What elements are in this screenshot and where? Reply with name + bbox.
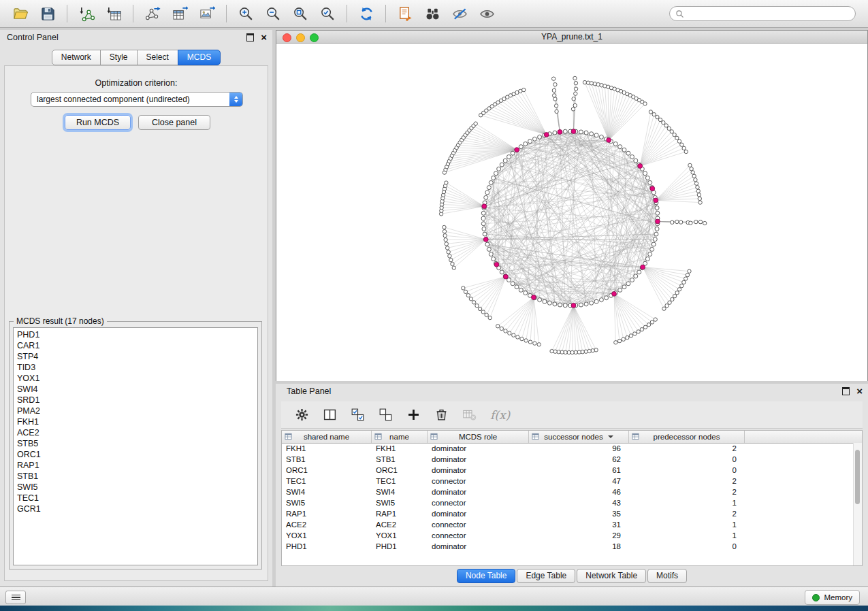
mcds-result-item[interactable]: RAP1 <box>17 460 254 471</box>
show-column-button[interactable] <box>323 408 337 422</box>
mcds-result-item[interactable]: ORC1 <box>17 449 254 460</box>
find-button[interactable] <box>420 3 445 24</box>
folder-icon <box>13 6 29 22</box>
delete-column-button[interactable] <box>434 408 449 422</box>
table-row[interactable]: SWI4SWI4dominator462 <box>282 486 854 497</box>
toolbar-separator <box>347 5 347 22</box>
table-cell: PHD1 <box>282 541 372 552</box>
mcds-result-item[interactable]: CAR1 <box>17 340 254 351</box>
table-cell: 1 <box>629 530 745 541</box>
export-image-button[interactable] <box>195 3 219 24</box>
status-menu-button[interactable] <box>5 591 26 604</box>
close-panel-button[interactable]: Close panel <box>138 115 210 130</box>
tab-motifs[interactable]: Motifs <box>647 569 687 583</box>
mcds-result-item[interactable]: PHD1 <box>17 329 254 340</box>
export-network-button[interactable] <box>140 3 165 24</box>
search-field[interactable] <box>669 6 856 21</box>
mcds-result-item[interactable]: PMA2 <box>17 406 254 416</box>
column-header-MCDS-role[interactable]: MCDS role <box>428 431 529 443</box>
mcds-result-item[interactable]: SWI5 <box>17 482 254 493</box>
table-cell: 0 <box>629 454 745 465</box>
tab-mcds[interactable]: MCDS <box>178 50 221 65</box>
tab-node-table[interactable]: Node Table <box>457 569 516 583</box>
binoculars-icon <box>425 6 440 22</box>
tab-network[interactable]: Network <box>52 50 101 65</box>
table-row[interactable]: PHD1PHD1dominator180 <box>282 541 854 552</box>
toolbar-separator <box>226 5 227 22</box>
column-header-successor-nodes[interactable]: successor nodes <box>529 431 629 443</box>
show-graphics-details-button[interactable] <box>475 3 499 24</box>
float-panel-icon[interactable] <box>246 33 254 42</box>
table-cell: RAP1 <box>372 508 428 519</box>
table-cell: 46 <box>529 486 629 497</box>
network-canvas-svg[interactable] <box>276 44 867 381</box>
close-panel-icon[interactable]: × <box>261 33 267 42</box>
control-panel-title: Control Panel <box>7 33 59 42</box>
table-scrollbar[interactable] <box>853 443 862 565</box>
table-row[interactable]: FKH1FKH1dominator962 <box>282 443 854 454</box>
table-toolbar: f(x) <box>281 401 863 429</box>
mcds-result-item[interactable]: TID3 <box>17 362 254 373</box>
zoom-selected-button[interactable] <box>315 3 340 24</box>
table-row[interactable]: RAP1RAP1dominator352 <box>282 508 854 519</box>
table-cell: YOX1 <box>282 530 372 541</box>
mcds-result-item[interactable]: SRD1 <box>17 395 254 406</box>
create-column-button[interactable] <box>406 408 421 422</box>
mcds-result-item[interactable]: FKH1 <box>17 416 254 427</box>
table-settings-button[interactable] <box>295 408 309 422</box>
run-mcds-button[interactable]: Run MCDS <box>65 115 131 130</box>
search-input[interactable] <box>688 8 850 19</box>
zoom-fit-button[interactable] <box>288 3 312 24</box>
tab-edge-table[interactable]: Edge Table <box>517 569 575 583</box>
clone-network-button[interactable] <box>393 3 417 24</box>
function-builder-button: f(x) <box>490 408 510 422</box>
table-cell: dominator <box>428 454 529 465</box>
gear-icon <box>295 408 309 422</box>
table-row[interactable]: ACE2ACE2connector311 <box>282 519 854 530</box>
table-row[interactable]: YOX1YOX1connector291 <box>282 530 854 541</box>
table-row[interactable]: ORC1ORC1dominator610 <box>282 465 854 476</box>
mcds-result-item[interactable]: STB1 <box>17 471 254 482</box>
mcds-result-item[interactable]: STB5 <box>17 438 254 449</box>
tab-select[interactable]: Select <box>137 50 178 65</box>
zoom-in-button[interactable] <box>234 3 258 24</box>
mcds-result-list[interactable]: PHD1CAR1STP4TID3YOX1SWI4SRD1PMA2FKH1ACE2… <box>13 327 258 565</box>
zoom-selected-icon <box>320 6 336 22</box>
zoom-out-button[interactable] <box>261 3 285 24</box>
mcds-result-item[interactable]: YOX1 <box>17 373 254 384</box>
deselect-all-rows-button[interactable] <box>379 408 393 422</box>
network-window-titlebar[interactable]: YPA_prune.txt_1 <box>276 31 867 44</box>
column-header-shared-name[interactable]: shared name <box>282 431 372 443</box>
mcds-result-item[interactable]: TEC1 <box>17 493 254 503</box>
mcds-result-item[interactable]: GCR1 <box>17 503 254 514</box>
import-table-button[interactable] <box>101 3 126 24</box>
table-cell: dominator <box>428 465 529 476</box>
criterion-dropdown[interactable]: largest connected component (undirected) <box>31 92 243 107</box>
memory-button[interactable]: Memory <box>805 590 860 605</box>
column-header-predecessor-nodes[interactable]: predecessor nodes <box>629 431 745 443</box>
refresh-layout-button[interactable] <box>354 3 379 24</box>
mcds-result-item[interactable]: STP4 <box>17 351 254 362</box>
select-all-rows-button[interactable] <box>351 408 365 422</box>
table-cell: YOX1 <box>372 530 428 541</box>
mcds-result-item[interactable]: SWI4 <box>17 384 254 395</box>
table-row[interactable]: TEC1TEC1connector472 <box>282 476 854 486</box>
tab-network-table[interactable]: Network Table <box>577 569 646 583</box>
float-panel-icon[interactable] <box>842 387 850 395</box>
scrollbar-thumb[interactable] <box>855 450 860 504</box>
hide-graphics-details-button[interactable] <box>447 3 472 24</box>
save-session-button[interactable] <box>35 3 60 24</box>
network-window-title: YPA_prune.txt_1 <box>276 32 867 42</box>
tab-style[interactable]: Style <box>100 50 138 65</box>
column-type-icon <box>632 433 639 440</box>
open-file-button[interactable] <box>8 3 33 24</box>
mcds-result-item[interactable]: ACE2 <box>17 427 254 438</box>
close-panel-icon[interactable]: × <box>856 387 863 395</box>
mcds-result-title: MCDS result (17 nodes) <box>14 316 107 326</box>
export-table-button[interactable] <box>167 3 192 24</box>
plus-icon <box>406 408 421 422</box>
table-row[interactable]: SWI5SWI5connector431 <box>282 497 854 508</box>
import-network-button[interactable] <box>74 3 99 24</box>
column-header-name[interactable]: name <box>372 431 428 443</box>
table-row[interactable]: STB1STB1dominator620 <box>282 454 854 465</box>
